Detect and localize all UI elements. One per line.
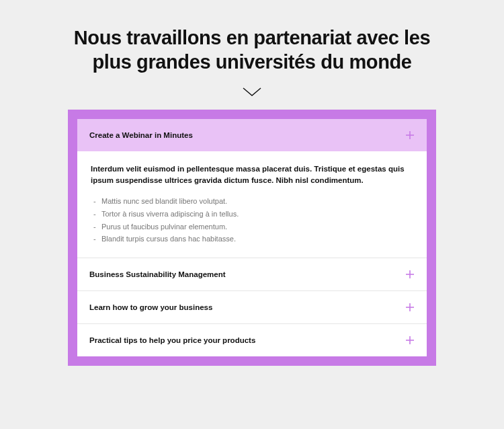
accordion-item: Create a Webinar in Minutes Interdum vel…: [77, 119, 427, 258]
accordion-title: Create a Webinar in Minutes: [89, 131, 193, 139]
plus-icon: [405, 336, 415, 345]
accordion-item: Practical tips to help you price your pr…: [77, 324, 427, 356]
accordion-title: Practical tips to help you price your pr…: [89, 336, 255, 344]
accordion-header-webinar[interactable]: Create a Webinar in Minutes: [77, 119, 427, 151]
page-title: Nous travaillons en partenariat avec les…: [64, 26, 440, 75]
plus-icon: [405, 303, 415, 312]
chevron-down-icon: [242, 87, 262, 98]
accordion-header-pricing[interactable]: Practical tips to help you price your pr…: [77, 324, 427, 356]
accordion-bullet-list: Mattis nunc sed blandit libero volutpat.…: [91, 195, 413, 245]
accordion-item: Business Sustainability Management: [77, 258, 427, 291]
accordion-header-grow[interactable]: Learn how to grow your business: [77, 291, 427, 323]
accordion-panel: Create a Webinar in Minutes Interdum vel…: [68, 110, 436, 366]
accordion-item: Learn how to grow your business: [77, 291, 427, 324]
plus-icon: [405, 270, 415, 279]
accordion-intro: Interdum velit euismod in pellentesque m…: [91, 163, 413, 188]
accordion-title: Business Sustainability Management: [89, 270, 226, 278]
accordion-header-sustainability[interactable]: Business Sustainability Management: [77, 258, 427, 290]
list-item: Tortor à risus viverra adipiscing à in t…: [93, 208, 413, 221]
list-item: Blandit turpis cursus dans hac habitasse…: [93, 233, 413, 245]
list-item: Purus ut faucibus pulvinar elementum.: [93, 221, 413, 233]
accordion-body: Interdum velit euismod in pellentesque m…: [77, 151, 427, 258]
plus-icon: [405, 130, 415, 140]
accordion-title: Learn how to grow your business: [89, 303, 212, 311]
list-item: Mattis nunc sed blandit libero volutpat.: [93, 195, 413, 208]
